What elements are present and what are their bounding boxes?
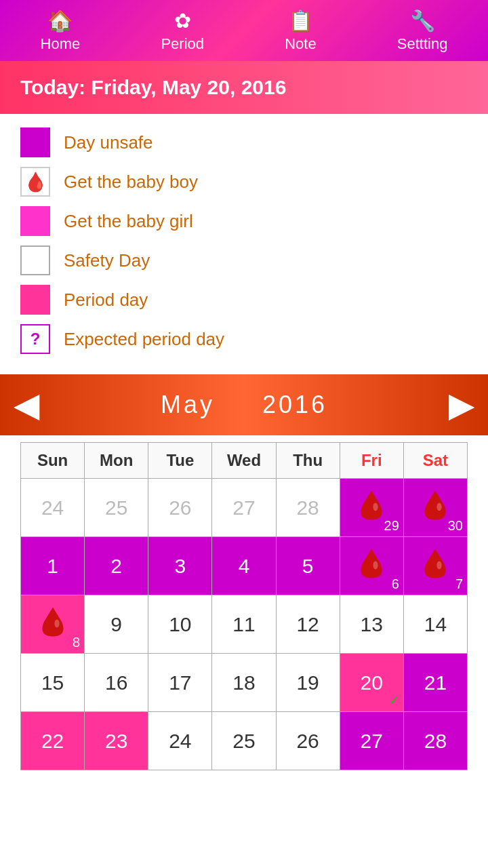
day-number: 2 — [110, 555, 122, 578]
calendar-cell[interactable]: 17 — [148, 654, 212, 712]
calendar-cell[interactable]: 1 — [21, 537, 85, 595]
col-fri: Fri — [340, 443, 403, 479]
calendar-cell[interactable]: 24 — [148, 712, 212, 770]
calendar-row: 22232425262728 — [21, 712, 468, 770]
nav-note[interactable]: 📋 Note — [285, 9, 316, 53]
calendar-cell[interactable]: 24 — [21, 479, 85, 537]
calendar-cell[interactable]: 8 — [21, 595, 85, 654]
calendar-cell[interactable]: 5 — [276, 537, 340, 595]
legend-box-baby-boy: 🩸 — [20, 167, 50, 197]
legend-safety-day: Safety Day — [20, 245, 468, 275]
home-icon: 🏠 — [47, 9, 73, 33]
prev-month-button[interactable]: ◀ — [14, 388, 39, 422]
calendar-cell[interactable]: 7 — [403, 537, 467, 595]
legend-baby-boy: 🩸 Get the baby boy — [20, 167, 468, 197]
calendar-cell[interactable]: 29 — [340, 479, 403, 537]
calendar-row: 891011121314 — [21, 595, 468, 654]
legend-label-period-day: Period day — [64, 290, 148, 311]
day-number: 28 — [424, 730, 447, 753]
legend-expected-period: ? Expected period day — [20, 324, 468, 354]
svg-point-3 — [437, 561, 442, 569]
calendar-cell[interactable]: 28 — [276, 479, 340, 537]
calendar-cell[interactable]: 22 — [21, 712, 85, 770]
col-sun: Sun — [21, 443, 85, 479]
legend: Day unsafe 🩸 Get the baby boy Get the ba… — [0, 114, 488, 368]
calendar-cell[interactable]: 14 — [403, 595, 467, 654]
svg-point-2 — [373, 561, 378, 569]
legend-label-day-unsafe: Day unsafe — [64, 132, 153, 153]
today-checkmark: ✓ — [389, 693, 399, 708]
legend-box-period-day — [20, 285, 50, 315]
top-navigation: 🏠 Home ✿ Period 📋 Note 🔧 Settting — [0, 0, 488, 61]
day-number: 11 — [232, 613, 255, 636]
calendar-cell[interactable]: 19 — [276, 654, 340, 712]
calendar-cell[interactable]: 3 — [148, 537, 212, 595]
day-number: 13 — [361, 613, 383, 636]
calendar-cell[interactable]: 18 — [212, 654, 276, 712]
col-wed: Wed — [212, 443, 276, 479]
calendar-cell[interactable]: 26 — [148, 479, 212, 537]
calendar-cell[interactable]: 27 — [340, 712, 403, 770]
settings-icon: 🔧 — [410, 9, 435, 33]
calendar-cell[interactable]: 9 — [85, 595, 148, 654]
day-number: 23 — [105, 730, 127, 753]
legend-baby-girl: Get the baby girl — [20, 206, 468, 236]
calendar-header: ◀ May 2016 ▶ — [0, 374, 488, 435]
calendar-month-year: May 2016 — [161, 391, 327, 419]
calendar-cell[interactable]: 16 — [85, 654, 148, 712]
day-number: 21 — [424, 671, 447, 694]
nav-period[interactable]: ✿ Period — [161, 9, 204, 53]
day-number: 22 — [41, 730, 64, 753]
day-number: 20 — [361, 671, 383, 694]
calendar-cell[interactable]: 2 — [85, 537, 148, 595]
nav-home[interactable]: 🏠 Home — [41, 9, 81, 53]
calendar-cell[interactable]: 23 — [85, 712, 148, 770]
day-number: 5 — [302, 555, 314, 578]
legend-box-day-unsafe — [20, 127, 50, 157]
nav-note-label: Note — [285, 35, 316, 53]
day-number: 14 — [424, 613, 447, 636]
svg-point-1 — [437, 502, 442, 511]
calendar-weekday-row: Sun Mon Tue Wed Thu Fri Sat — [21, 443, 468, 479]
legend-label-safety-day: Safety Day — [64, 250, 150, 271]
day-number: 1 — [47, 555, 58, 578]
calendar-cell[interactable]: 11 — [212, 595, 276, 654]
col-sat: Sat — [403, 443, 467, 479]
nav-period-label: Period — [161, 35, 204, 53]
calendar-cell[interactable]: 28 — [403, 712, 467, 770]
day-number: 24 — [41, 496, 64, 519]
day-number: 28 — [296, 496, 319, 519]
calendar-cell[interactable]: 30 — [403, 479, 467, 537]
day-number: 4 — [239, 555, 250, 578]
legend-period-day: Period day — [20, 285, 468, 315]
day-number: 19 — [296, 671, 319, 694]
calendar-cell[interactable]: 26 — [276, 712, 340, 770]
calendar-row: 151617181920✓21 — [21, 654, 468, 712]
period-icon: ✿ — [174, 9, 191, 33]
next-month-button[interactable]: ▶ — [449, 388, 474, 422]
calendar-grid: Sun Mon Tue Wed Thu Fri Sat 2425262728 2… — [20, 442, 468, 770]
day-number: 3 — [175, 555, 186, 578]
calendar-cell[interactable]: 27 — [212, 479, 276, 537]
calendar-area: Sun Mon Tue Wed Thu Fri Sat 2425262728 2… — [0, 442, 488, 770]
calendar-cell[interactable]: 13 — [340, 595, 403, 654]
calendar-cell[interactable]: 12 — [276, 595, 340, 654]
calendar-cell[interactable]: 20✓ — [340, 654, 403, 712]
svg-point-4 — [54, 619, 59, 627]
day-number: 9 — [110, 613, 122, 636]
calendar-cell[interactable]: 6 — [340, 537, 403, 595]
legend-box-baby-girl — [20, 206, 50, 236]
calendar-cell[interactable]: 25 — [212, 712, 276, 770]
calendar-cell[interactable]: 4 — [212, 537, 276, 595]
day-number: 18 — [232, 671, 255, 694]
calendar-cell[interactable]: 21 — [403, 654, 467, 712]
legend-label-baby-boy: Get the baby boy — [64, 172, 198, 193]
nav-settings[interactable]: 🔧 Settting — [397, 9, 448, 53]
legend-label-expected-period: Expected period day — [64, 329, 224, 350]
day-number: 27 — [232, 496, 255, 519]
calendar-cell[interactable]: 15 — [21, 654, 85, 712]
calendar-cell[interactable]: 25 — [85, 479, 148, 537]
calendar-cell[interactable]: 10 — [148, 595, 212, 654]
blood-drop-icon: 🩸 — [24, 171, 47, 193]
day-number: 25 — [105, 496, 127, 519]
